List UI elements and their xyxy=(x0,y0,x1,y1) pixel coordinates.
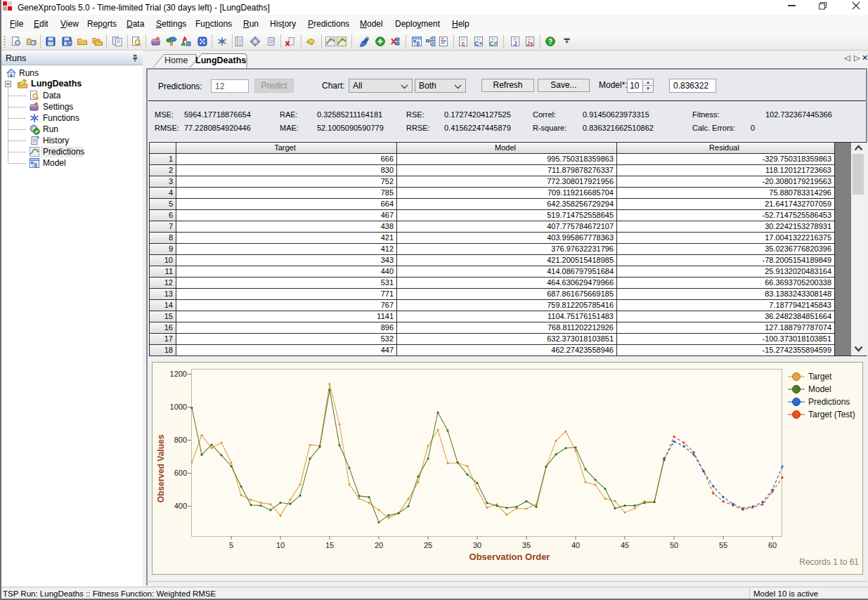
svg-text:50: 50 xyxy=(670,541,678,549)
svg-text:45: 45 xyxy=(621,541,629,549)
svg-text:30: 30 xyxy=(473,541,481,549)
svg-text:20: 20 xyxy=(375,541,383,549)
svg-text:25: 25 xyxy=(424,541,432,549)
svg-text:5: 5 xyxy=(229,541,233,549)
svg-text:Observed Values: Observed Values xyxy=(156,434,166,502)
svg-text:Js: Js xyxy=(526,40,533,47)
svg-text:1200: 1200 xyxy=(170,370,187,378)
svg-text:800: 800 xyxy=(174,436,187,444)
svg-text:Predictions: Predictions xyxy=(808,397,850,407)
svg-text:1000: 1000 xyxy=(170,403,187,411)
svg-text:?: ? xyxy=(548,38,552,46)
svg-text:40: 40 xyxy=(571,541,580,549)
svg-text:Observation Order: Observation Order xyxy=(469,552,550,562)
svg-text:35: 35 xyxy=(522,541,531,549)
svg-text:10: 10 xyxy=(276,541,285,549)
svg-text:C+: C+ xyxy=(474,40,482,47)
svg-text:Target (Test): Target (Test) xyxy=(808,410,855,419)
svg-text:600: 600 xyxy=(174,469,187,477)
svg-text:J: J xyxy=(514,40,517,47)
svg-text:C#: C# xyxy=(490,40,498,47)
svg-text:60: 60 xyxy=(768,541,777,549)
svg-text:c: c xyxy=(462,40,465,47)
svg-text:Records 1 to 61: Records 1 to 61 xyxy=(799,557,859,567)
svg-text:15: 15 xyxy=(325,541,334,549)
svg-text:400: 400 xyxy=(174,502,187,510)
svg-text:55: 55 xyxy=(719,541,727,549)
svg-text:Model: Model xyxy=(808,384,831,394)
svg-text:Target: Target xyxy=(808,372,832,381)
